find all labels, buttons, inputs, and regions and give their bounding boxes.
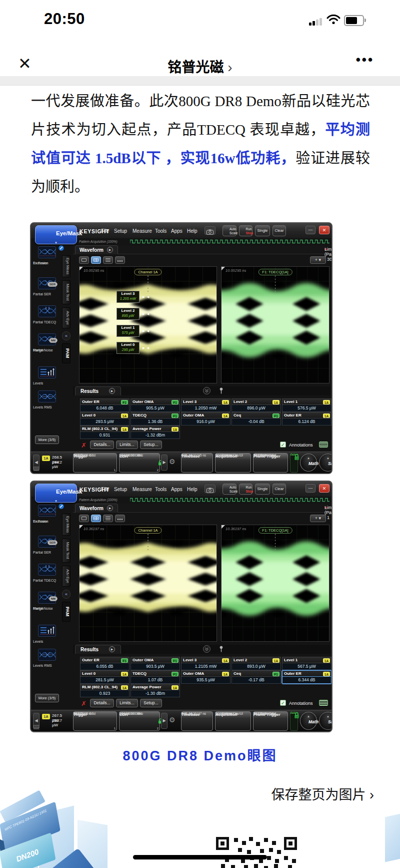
screenshot-camera-button[interactable] — [204, 485, 216, 493]
result-cell[interactable]: Outer ER1A6.344 dB — [282, 670, 332, 684]
trigger-status-box[interactable]: Trigger Src: Clock In 53.125000 GBd 3276… — [73, 711, 117, 731]
play-icon[interactable]: ▶ — [107, 247, 113, 253]
annotations-legend-icon[interactable] — [319, 700, 328, 706]
play-icon[interactable]: ▶ — [109, 646, 115, 652]
play-icon[interactable]: ▶ — [109, 388, 115, 394]
single-button[interactable]: Single — [255, 225, 270, 236]
menu-file[interactable]: File — [101, 487, 109, 492]
setup-button[interactable]: Setup... — [140, 699, 162, 707]
view-grid-button[interactable] — [115, 515, 125, 522]
view-quad-button[interactable] — [91, 515, 101, 522]
clear-button[interactable]: Clear — [272, 225, 286, 236]
result-cell[interactable]: Level 01A281.5 µW — [80, 670, 130, 684]
tab-adv-eye[interactable]: Adv Eye — [62, 566, 70, 587]
collapse-results-icon[interactable] — [203, 645, 210, 653]
collapse-results-icon[interactable] — [203, 387, 210, 394]
menu-setup[interactable]: Setup — [114, 487, 127, 492]
more-measurements-button[interactable]: More (3/5) — [35, 694, 59, 702]
sidebar-item-partial-ser[interactable]: SER Partial SER — [33, 536, 61, 551]
menu-apps[interactable]: Apps — [171, 228, 182, 234]
sidebar-item-partial-tdecq[interactable]: Partial TDECQ — [33, 564, 61, 579]
result-cell[interactable]: RLM (802.3 CL_94)1A0.931 — [80, 425, 130, 439]
sidebar-item-partial-tdecq[interactable]: Partial TDECQ — [33, 305, 61, 320]
result-cell[interactable]: Outer OMAF1905.5 µW — [130, 398, 180, 412]
tab-adv-eye[interactable]: Adv Eye — [62, 307, 70, 328]
view-single-button[interactable] — [79, 256, 89, 264]
result-cell[interactable]: Outer ER1A6.124 dB — [282, 412, 332, 425]
scroll-right-button[interactable]: ▶ — [161, 455, 168, 471]
acquisition-status-box[interactable]: Acquisition Full Pattern: On 10.98998993… — [215, 453, 251, 473]
sidebar-item-levels-rms[interactable]: Levels RMS — [33, 649, 61, 664]
tab-pam[interactable]: PAM — [62, 602, 70, 622]
frame-trigger-status-box[interactable]: Frame Trigger Src: Front Panel 53.125000… — [253, 453, 288, 473]
details-button[interactable]: Details... — [90, 699, 114, 707]
menu-setup[interactable]: Setup — [114, 228, 127, 234]
tab-eye-meas[interactable]: Eye Meas — [62, 255, 70, 277]
run-stop-button[interactable]: Run Stop — [239, 225, 252, 236]
menu-tools[interactable]: Tools — [155, 228, 166, 234]
eye-diagram-panel-tdecq[interactable]: 10.00295 ns F1: TDECQ[1A] — [221, 266, 330, 383]
result-cell[interactable]: Outer OMA1A916.0 µW — [181, 412, 230, 425]
result-cell[interactable]: Average Power1A-1.30 dBm — [130, 684, 180, 697]
menu-file[interactable]: File — [101, 228, 109, 234]
result-cell[interactable]: Outer OMAF1903.5 µW — [130, 657, 180, 670]
limits-button[interactable]: Limits... — [116, 699, 138, 707]
eye-diagram-panel-tdecq[interactable]: 10.36197 ns F1: TDECQ[1A] — [221, 525, 330, 642]
menu-help[interactable]: Help — [187, 228, 198, 234]
minimize-window-button[interactable]: — — [306, 226, 316, 234]
channel-label-pill[interactable]: Channel 1A — [134, 269, 162, 275]
result-cell[interactable]: Level 01A293.5 µW — [80, 412, 130, 425]
math-button[interactable]: ▲Math — [300, 712, 317, 730]
menu-help[interactable]: Help — [187, 487, 198, 492]
result-cell[interactable]: Level 31A1.2105 mW — [181, 657, 230, 670]
play-icon[interactable]: ▶ — [107, 505, 113, 511]
sidebar-item-tx-power-excursion[interactable]: Tx PowerExcursion — [33, 246, 61, 261]
collapse-panel-button[interactable]: « — [62, 331, 70, 340]
run-stop-button[interactable]: Run Stop — [239, 484, 252, 495]
result-cell[interactable]: Level 31A1.2050 mW — [181, 398, 230, 412]
more-menu-icon[interactable]: ••• — [356, 52, 374, 68]
eye-mask-mode-button[interactable]: Eye/Mask ▾ — [35, 484, 77, 503]
timebase-status-box[interactable]: Timebase 4.71 ps/ Pos: 10.00295 ns — [181, 453, 213, 473]
menu-measure[interactable]: Measure — [132, 487, 152, 492]
view-rows-button[interactable] — [103, 256, 113, 264]
sidebar-item-partial-noise-margin[interactable]: NM Partial NoiseMargin — [33, 592, 61, 607]
result-cell[interactable]: Level 11A576.5 µW — [282, 398, 332, 412]
result-cell[interactable]: Outer ERF16.048 dB — [80, 398, 130, 412]
result-cell[interactable]: TDECQF11.07 dB — [130, 670, 180, 684]
annotations-checkbox[interactable]: ✓ — [280, 442, 286, 448]
annotations-checkbox[interactable]: ✓ — [280, 700, 286, 706]
more-measurements-button[interactable]: More (3/5) — [35, 436, 59, 444]
details-button[interactable]: Details... — [90, 441, 114, 449]
result-cell[interactable]: Level 11A567.5 µW — [282, 657, 332, 670]
trigger-status-box[interactable]: Trigger Src: Clock In 53.125000 GBd 3276… — [73, 453, 117, 473]
function-label-pill[interactable]: F1: TDECQ[1A] — [258, 269, 292, 275]
channel-label-pill[interactable]: Channel 1A — [134, 527, 162, 534]
math-button[interactable]: ▲Math — [300, 454, 317, 472]
menu-tools[interactable]: Tools — [155, 487, 166, 492]
collapse-panel-button[interactable]: « — [62, 590, 70, 599]
page-title[interactable]: 铭普光磁 › — [0, 56, 400, 76]
minimize-window-button[interactable]: — — [306, 484, 316, 493]
annotations-legend-icon[interactable] — [319, 442, 328, 448]
close-window-button[interactable]: ✕ — [319, 484, 330, 493]
result-cell[interactable]: Outer OMA1A935.5 µW — [181, 670, 230, 684]
sidebar-item-partial-ser[interactable]: SER Partial SER — [33, 277, 61, 292]
menu-measure[interactable]: Measure — [132, 228, 152, 234]
acquisition-status-box[interactable]: Acquisition Full Pattern: On 10.98998993… — [215, 711, 251, 731]
setup-button[interactable]: Setup... — [140, 441, 162, 449]
gear-icon[interactable]: ⚙ — [169, 458, 176, 466]
eye-mask-mode-button[interactable]: Eye/Mask ▾ — [35, 225, 77, 244]
sidebar-item-tx-power-excursion[interactable]: Tx PowerExcursion — [33, 505, 61, 520]
result-cell[interactable]: Average Power1A-1.32 dBm — [130, 425, 180, 439]
limits-button[interactable]: Limits... — [116, 441, 138, 449]
scroll-right-button[interactable]: ▶ — [161, 713, 168, 729]
auto-scale-button[interactable]: Auto Scale — [222, 484, 236, 495]
gear-icon[interactable]: ⚙ — [169, 716, 176, 724]
result-cell[interactable]: CeqF1-0.04 dB — [232, 412, 281, 425]
timebase-status-box[interactable]: Timebase 4.71 ps/ Pos: 10.36197 ns — [181, 711, 213, 731]
frame-trigger-status-box[interactable]: Frame Trigger Src: Front Panel 53.125000… — [253, 711, 288, 731]
sidebar-item-levels[interactable]: Levels — [33, 366, 61, 381]
cdr-status-box[interactable]: CDR 53.125000 GBd LBW: 4.000 MHz 2 — [119, 453, 160, 473]
result-cell[interactable]: CeqF1-0.17 dB — [232, 670, 281, 684]
